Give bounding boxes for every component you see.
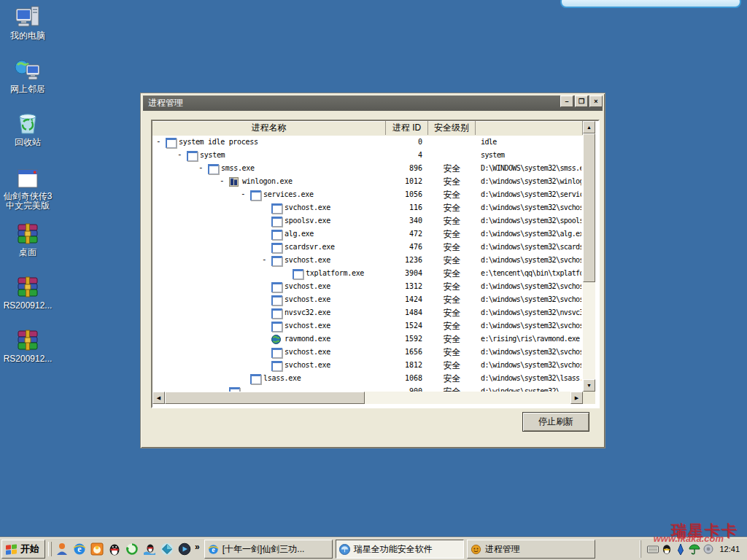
security-level: 安全	[428, 373, 476, 384]
security-level: 安全	[428, 216, 476, 226]
security-level: 安全	[428, 347, 476, 357]
orange-app-icon[interactable]	[90, 542, 104, 556]
process-row[interactable]: -winlogon.exe1012安全d:\windows\system32\w…	[152, 175, 583, 188]
start-button[interactable]: 开始	[1, 540, 45, 559]
process-name: lsass.exe	[263, 374, 301, 382]
desktop-icon-recycle-bin[interactable]: 回收站	[1, 111, 54, 147]
maximize-button[interactable]: ❒	[575, 96, 588, 107]
green-refresh-icon[interactable]	[125, 542, 139, 556]
tree-collapse-marker[interactable]: -	[198, 163, 206, 172]
task-button-label: [十年一剑]仙剑三功...	[222, 543, 305, 556]
windows-logo-icon	[5, 543, 18, 555]
winrar-icon	[1, 274, 54, 299]
scroll-right-button[interactable]: ▶	[570, 392, 583, 404]
rising-umbrella-tray-icon[interactable]	[689, 543, 700, 555]
scroll-up-button[interactable]: ▲	[583, 121, 595, 133]
security-level: 安全	[428, 281, 476, 292]
process-path: d:\windows\system32\svchos	[481, 282, 581, 290]
process-row[interactable]: svchost.exe1656安全d:\windows\system32\svc…	[152, 346, 583, 359]
column-header-3[interactable]: 安全级别	[428, 121, 476, 135]
process-id: 1524	[383, 322, 422, 330]
qq-tray-icon[interactable]	[661, 543, 673, 555]
messenger-icon[interactable]	[55, 542, 69, 556]
process-row[interactable]: svchost.exe116安全d:\windows\system32\svch…	[152, 201, 583, 214]
process-row[interactable]: ravmond.exe1592安全e:\rising\ris\ravmond.e…	[152, 332, 583, 346]
process-row[interactable]: nvsvc32.exe1484安全d:\windows\system32\nvs…	[152, 306, 583, 319]
window-titlebar[interactable]: 进程管理	[143, 96, 603, 111]
process-name: system	[200, 151, 225, 159]
process-row[interactable]: txplatform.exe3904安全e:\tencent\qq\bin\tx…	[152, 267, 583, 280]
process-row[interactable]: svchost.exe1524安全d:\windows\system32\svc…	[152, 319, 583, 332]
process-row[interactable]: -system4system	[152, 149, 583, 162]
process-path: d:\windows\system32\servic	[481, 190, 581, 198]
security-level: 安全	[428, 295, 476, 305]
process-name: svchost.exe	[285, 361, 330, 369]
task-button-rising-shield[interactable]: 瑞星全功能安全软件	[336, 540, 464, 559]
tree-collapse-marker[interactable]: -	[262, 254, 269, 264]
process-row[interactable]: scardsvr.exe476安全d:\windows\system32\sca…	[152, 241, 583, 254]
recycle-icon	[1, 111, 54, 136]
vertical-scroll-thumb[interactable]	[583, 133, 595, 282]
media-player-icon[interactable]	[177, 542, 192, 556]
desktop-icon-rs-archive-2[interactable]: RS200912...	[1, 327, 54, 364]
tree-collapse-marker[interactable]: -	[156, 136, 163, 146]
cube-app-icon[interactable]	[160, 542, 174, 556]
process-row[interactable]: -system idle process0idle	[152, 136, 583, 149]
process-manager-icon	[471, 543, 482, 555]
process-path: d:\windows\system32\svchos	[481, 256, 581, 264]
close-button[interactable]: ×	[589, 96, 603, 107]
process-row[interactable]: -services.exe1056安全d:\windows\system32\s…	[152, 188, 583, 201]
stop-refresh-button[interactable]: 停止刷新	[522, 412, 589, 432]
gray-disc-tray-icon[interactable]	[703, 543, 714, 555]
process-row[interactable]: lsass.exe1068安全d:\windows\system32\lsass…	[152, 372, 583, 385]
keyboard-tray-icon[interactable]	[647, 543, 659, 555]
task-button-process-manager[interactable]: 进程管理	[467, 540, 595, 559]
horizontal-scroll-thumb[interactable]	[165, 392, 365, 404]
desktop-icon-pal3-game[interactable]: 仙剑奇侠传3中文完美版	[1, 165, 54, 211]
qq-game-icon[interactable]	[142, 542, 157, 556]
blue-tool-tray-icon[interactable]	[675, 543, 686, 555]
task-button-internet-explorer[interactable]: e[十年一剑]仙剑三功...	[204, 540, 333, 559]
security-level: 安全	[428, 360, 476, 370]
process-icon	[166, 138, 177, 148]
tree-collapse-marker[interactable]: -	[177, 149, 185, 159]
qq-icon[interactable]	[107, 542, 122, 556]
desktop-icon-network-places[interactable]: 网上邻居	[1, 58, 54, 94]
minimize-button[interactable]: –	[560, 96, 573, 107]
process-row[interactable]: svchost.exe1312安全d:\windows\system32\svc…	[152, 280, 583, 293]
process-name: svchost.exe	[285, 348, 330, 356]
process-row[interactable]: svchost.exe1424安全d:\windows\system32\svc…	[152, 293, 583, 306]
column-header-4[interactable]	[476, 121, 583, 135]
desktop-icon-label: 网上邻居	[1, 85, 54, 94]
security-level: 安全	[428, 229, 476, 239]
process-row[interactable]: -svchost.exe1236安全d:\windows\system32\sv…	[152, 254, 583, 267]
scroll-left-button[interactable]: ◀	[152, 392, 165, 404]
security-level: 安全	[428, 268, 476, 279]
desktop-icon-rs-archive-1[interactable]: RS200912...	[1, 274, 54, 311]
desktop-icon-my-computer[interactable]: 我的电脑	[1, 4, 54, 41]
toolbar-overflow-chevron[interactable]: »	[195, 542, 200, 552]
offscreen-window-edge[interactable]	[560, 0, 741, 8]
horizontal-scrollbar[interactable]: ◀ ▶	[152, 392, 583, 404]
tree-collapse-marker[interactable]: -	[241, 189, 248, 198]
vertical-scrollbar[interactable]: ▲ ▼	[583, 121, 595, 392]
security-level: 安全	[428, 334, 476, 344]
security-level: 安全	[428, 203, 476, 213]
internet-explorer-icon[interactable]: e	[72, 542, 87, 556]
process-row[interactable]: -smss.exe896安全D:\WINDOWS\system32\smss.e	[152, 162, 583, 175]
process-icon	[293, 269, 303, 279]
scroll-down-button[interactable]: ▼	[583, 379, 595, 392]
process-name: svchost.exe	[285, 203, 330, 211]
process-id: 1656	[383, 348, 422, 356]
process-row[interactable]: 900安全d:\windows\system32\	[152, 385, 583, 392]
process-row[interactable]: spoolsv.exe340安全d:\windows\system32\spoo…	[152, 214, 583, 228]
tray-clock[interactable]: 12:41	[716, 545, 743, 553]
toolbar-grip[interactable]	[48, 542, 52, 556]
column-header-1[interactable]: 进程名称	[152, 121, 386, 135]
process-row[interactable]: alg.exe472安全d:\windows\system32\alg.ex	[152, 228, 583, 241]
desktop-icon-desktop-archive[interactable]: 桌面	[1, 221, 54, 257]
process-path: d:\windows\system32\svchos	[481, 295, 581, 303]
process-row[interactable]: svchost.exe1812安全d:\windows\system32\svc…	[152, 359, 583, 372]
column-header-2[interactable]: 进程 ID	[386, 121, 428, 135]
tree-collapse-marker[interactable]: -	[220, 176, 227, 185]
